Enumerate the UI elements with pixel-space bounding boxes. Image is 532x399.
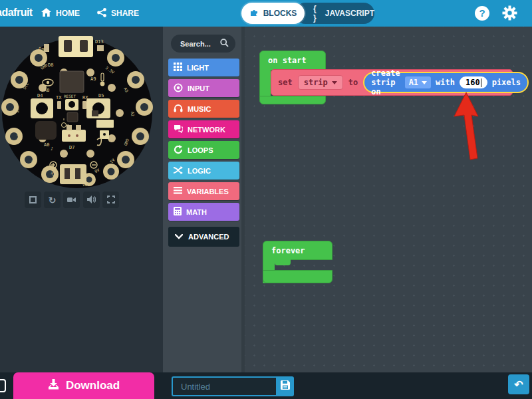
svg-text:D8: D8 [48,63,53,68]
category-label: MUSIC [188,105,211,113]
fullscreen-icon [107,194,115,206]
save-icon [281,380,290,392]
forever-block[interactable]: forever [263,241,332,260]
svg-text:RESET: RESET [64,94,76,98]
search-input[interactable]: Search... [171,35,235,53]
category-math[interactable]: MATH [168,203,239,221]
pixel-count-value: 160 [466,78,480,87]
advanced-label: ADVANCED [188,233,229,241]
category-logic[interactable]: LOGIC [168,162,239,180]
variable-dropdown[interactable]: strip [298,75,343,90]
download-button[interactable]: Download [13,372,154,399]
list-icon [174,187,182,196]
category-music[interactable]: MUSIC [168,100,239,118]
svg-text:A9: A9 [90,76,96,82]
category-input[interactable]: INPUT [168,79,239,97]
pin-value: A1 [409,78,418,87]
on-start-block-body[interactable] [259,70,271,97]
share-button[interactable]: SHARE [90,0,146,27]
shuffle-icon [174,166,183,176]
home-label: HOME [56,9,80,18]
search-placeholder: Search... [180,40,211,48]
calculator-icon [174,207,182,217]
annotation-arrow [451,92,484,162]
dropdown-arrow-icon [332,81,337,84]
component-pad [96,120,114,128]
stop-icon [29,194,37,206]
category-loops[interactable]: LOOPS [168,141,239,159]
forever-block-notch [275,259,291,265]
svg-text:D5: D5 [98,93,104,98]
svg-text:A2: A2 [130,111,136,116]
button-a[interactable] [31,98,53,118]
tab-blocks[interactable]: BLOCKS [241,3,305,24]
svg-text:D4: D4 [37,93,43,98]
forever-label: forever [271,246,305,255]
speaker-icon [87,194,96,206]
collapse-panel-icon[interactable] [0,379,6,392]
category-label: LOOPS [188,146,213,154]
adafruit-logo: adafruit [0,7,33,19]
blocks-workspace[interactable]: on start set strip to create strip on A1… [245,27,532,372]
create-strip-label: create strip on [371,68,400,96]
processor-chip [60,71,84,92]
svg-text:TX: TX [56,95,62,100]
rx-led [82,101,86,109]
pin-dropdown[interactable]: A1 [405,76,431,88]
category-label: VARIABLES [187,188,229,196]
chat-bubbles-icon [174,124,183,134]
on-start-label: on start [268,56,307,65]
sim-restart-button[interactable]: ↻ [44,192,61,208]
undo-button[interactable]: ↶ [508,374,529,394]
home-button[interactable]: HOME [35,0,86,27]
headphones-icon [174,104,183,114]
sim-slowmo-button[interactable] [63,192,80,208]
category-network[interactable]: NETWORK [168,120,239,138]
save-button[interactable] [276,376,294,396]
download-icon [48,379,59,393]
simulator-panel: GND SCL SDA 3.3V RX TX 3.3V A3 A2 GND A1… [0,27,163,372]
share-icon [97,8,106,19]
share-label: SHARE [111,9,139,18]
sim-stop-button[interactable] [25,192,41,208]
svg-text:On: On [39,47,44,52]
sim-fullscreen-button[interactable] [102,192,119,208]
dropdown-arrow-icon [422,81,427,84]
category-light[interactable]: LIGHT [168,59,239,76]
search-icon [220,39,229,49]
question-icon: ? [479,7,485,19]
category-label: INPUT [188,84,209,92]
set-label: set [278,78,293,87]
help-button[interactable]: ? [475,6,489,21]
forever-block-foot[interactable] [263,270,332,283]
create-strip-block[interactable]: create strip on A1 with 160 pixels [363,72,529,93]
loop-arrow-icon [174,145,183,156]
bottom-bar: Download ↶ [0,372,532,399]
small-chip [92,110,98,116]
category-advanced[interactable]: ADVANCED [168,227,239,247]
sim-sound-button[interactable] [83,192,100,208]
top-bar: adafruit HOME SHARE { } JAVASCRIPT [0,0,532,27]
project-name-input[interactable] [172,376,276,396]
pixel-count-field[interactable]: 160 [460,76,487,88]
svg-text:D13: D13 [95,39,104,45]
category-label: MATH [186,208,207,216]
reset-button[interactable] [65,99,78,110]
pixels-label: pixels [492,78,521,87]
gear-icon [502,11,517,23]
category-label: LOGIC [188,167,211,175]
javascript-tab-label: JAVASCRIPT [325,9,374,18]
music-note-glyph: ♪ [51,146,53,152]
microphone [100,130,109,139]
settings-button[interactable] [502,5,517,23]
circuit-playground-board: GND SCL SDA 3.3V RX TX 3.3V A3 A2 GND A1… [0,32,157,194]
on-start-block[interactable]: on start [259,51,326,70]
svg-text:RX: RX [82,95,88,100]
on-start-block-foot[interactable] [259,96,326,104]
home-icon [41,8,51,19]
svg-text:SDA: SDA [15,105,20,113]
tab-javascript[interactable]: { } JAVASCRIPT [295,3,374,24]
svg-text:A0: A0 [44,142,49,148]
undo-icon: ↶ [514,378,523,391]
category-variables[interactable]: VARIABLES [168,182,239,200]
